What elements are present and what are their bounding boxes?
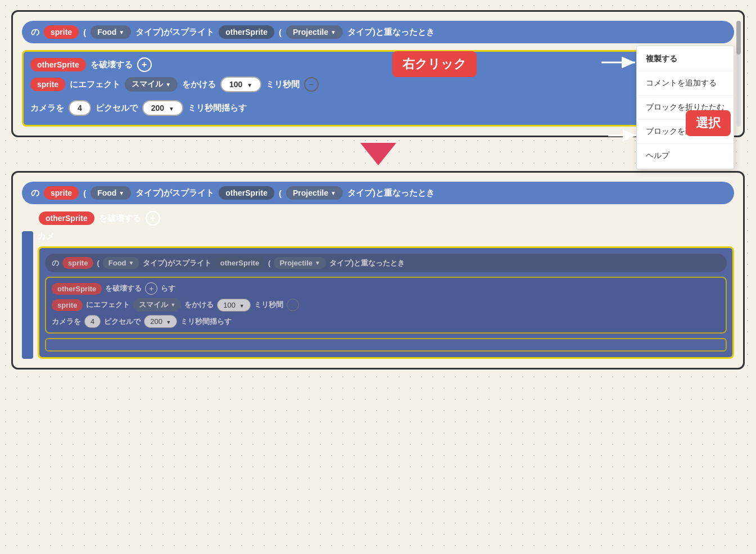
other-sprite-pill[interactable]: otherSprite — [219, 25, 274, 39]
bottom-panel: の sprite ( Food ▼ タイプ)がスプライト otherSprite… — [11, 171, 745, 370]
smile-arrow: ▼ — [165, 82, 171, 88]
bottom-projectile-dropdown[interactable]: Projectile ▼ — [286, 186, 343, 200]
menu-item-help[interactable]: ヘルプ — [637, 145, 734, 166]
ms-text: ミリ秒間 — [266, 79, 300, 90]
bottom-other-sprite-pill[interactable]: otherSprite — [219, 186, 274, 200]
nested-row2-sprite[interactable]: sprite — [52, 299, 83, 311]
nested-projectile-dropdown[interactable]: Projectile ▼ — [274, 257, 325, 269]
open-paren2: ( — [279, 28, 282, 37]
down-arrow-shape — [360, 143, 396, 165]
top-block-header: の sprite ( Food ▼ タイプ)がスプライト otherSprite… — [22, 21, 734, 43]
type-text1: タイプ)がスプライト — [135, 27, 214, 38]
bottom-open-paren1: ( — [83, 188, 86, 198]
bottom-other-sprite-row1[interactable]: otherSprite — [39, 211, 94, 225]
menu-divider-1 — [637, 71, 734, 71]
nested-prefix: の — [52, 258, 59, 268]
camera-row: カメラを 4 ピクセルで 200 ▼ ミリ秒間揺らす — [30, 97, 726, 119]
nested-row2: sprite にエフェクト スマイル ▼ をかける 100 ▼ — [52, 298, 720, 312]
nested-row3-ms-value[interactable]: 200 ▼ — [144, 315, 177, 328]
other-sprite-pill-row1[interactable]: otherSprite — [30, 58, 86, 71]
nested-row1-plus[interactable]: + — [145, 282, 157, 295]
nested-type-text2: タイプ)と重なったとき — [329, 258, 405, 268]
nested-type-text1: タイプ)がスプライト — [143, 258, 211, 268]
nested-row1-destroy: を破壊する — [105, 283, 142, 294]
nested-row1: otherSprite を破壊する + らす — [52, 282, 720, 295]
nested-paren1: ( — [97, 259, 99, 267]
menu-divider-4 — [637, 143, 734, 144]
pixel-value-4[interactable]: 4 — [69, 100, 91, 116]
nested-row3-pixels[interactable]: 4 — [84, 315, 101, 328]
nested-row1-extra: らす — [161, 283, 175, 294]
nested-food-dropdown[interactable]: Food ▼ — [103, 257, 140, 269]
bottom-open-paren2: ( — [279, 188, 282, 198]
apply-text: をかける — [182, 79, 216, 90]
bottom-type-text2: タイプ)と重なったとき — [347, 188, 434, 199]
nested-other-sprite[interactable]: otherSprite — [215, 257, 265, 269]
nested-row2-smile[interactable]: スマイル ▼ — [133, 298, 181, 312]
projectile-dropdown-arrow: ▼ — [331, 29, 336, 35]
nested-sprite-pill[interactable]: sprite — [62, 257, 93, 269]
camera-partial-row: カメ — [38, 231, 734, 242]
plus-button-row1[interactable]: + — [137, 57, 152, 72]
nested-header-bar: の sprite ( Food ▼ タイプ)がスプライト otherSprite… — [45, 254, 727, 272]
top-panel: の sprite ( Food ▼ タイプ)がスプライト otherSprite… — [11, 10, 745, 137]
food-dropdown[interactable]: Food ▼ — [90, 25, 131, 39]
select-label: 選択 — [686, 110, 731, 136]
ms-dropdown-arrow: ▼ — [169, 106, 174, 112]
bottom-plus-btn[interactable]: + — [146, 211, 160, 226]
nested-row2-value[interactable]: 100 ▼ — [217, 299, 250, 312]
ms-value-200[interactable]: 200 ▼ — [142, 100, 183, 116]
nested-row3-camera: カメラを — [52, 317, 81, 327]
bottom-food-dropdown[interactable]: Food ▼ — [90, 186, 131, 200]
sprite-pill[interactable]: sprite — [44, 25, 79, 39]
empty-bottom-row — [45, 338, 727, 352]
destroy-text: を破壊する — [90, 60, 133, 70]
food-dropdown-arrow: ▼ — [119, 29, 124, 35]
value-100[interactable]: 100 ▼ — [220, 76, 261, 92]
nested-area: カメ の sprite ( Food ▼ — [22, 231, 734, 359]
smile-dropdown[interactable]: スマイル ▼ — [125, 77, 178, 92]
pixel-text: ピクセルで — [96, 103, 138, 114]
arrow-to-select — [603, 127, 642, 144]
open-paren1: ( — [83, 28, 86, 37]
menu-item-comment[interactable]: コメントを追加する — [637, 73, 734, 94]
bottom-block-header: の sprite ( Food ▼ タイプ)がスプライト otherSprite… — [22, 182, 734, 204]
context-menu: 複製する コメントを追加する ブロックを折りたたむ ブロックを削除する ヘルプ — [636, 46, 734, 169]
bottom-destroy-text: を破壊する — [99, 213, 141, 224]
camera-partial-text: カメ — [38, 231, 55, 242]
bottom-food-arrow: ▼ — [119, 190, 124, 196]
bottom-sprite-pill[interactable]: sprite — [44, 186, 79, 200]
minus-button[interactable]: － — [304, 77, 319, 92]
camera-text: カメラを — [30, 103, 64, 114]
header-prefix: の — [31, 27, 39, 38]
effect-row: sprite にエフェクト スマイル ▼ をかける 100 ▼ ミリ秒間 － — [30, 76, 726, 92]
bottom-content: otherSprite を破壊する + カメ — [22, 211, 734, 359]
nested-value-arrow: ▼ — [239, 303, 245, 309]
nested-row2-ms: ミリ秒間 — [254, 300, 283, 310]
bottom-type-text1: タイプ)がスプライト — [135, 188, 214, 199]
nested-row2-minus[interactable]: － — [287, 299, 299, 311]
nested-row3-shake: ミリ秒間揺らす — [180, 317, 232, 327]
nested-row2-apply: をかける — [184, 300, 214, 310]
right-click-label: 右クリック — [392, 51, 477, 77]
projectile-dropdown[interactable]: Projectile ▼ — [286, 25, 343, 39]
nested-yellow-block: の sprite ( Food ▼ タイプ)がスプライト otherSprite… — [38, 246, 734, 359]
bottom-projectile-arrow: ▼ — [331, 190, 336, 196]
nested-paren2: ( — [268, 259, 270, 267]
scrollbar[interactable] — [736, 21, 741, 127]
side-bar-left — [22, 231, 33, 359]
menu-item-duplicate[interactable]: 複製する — [637, 48, 734, 70]
nested-food-arrow: ▼ — [129, 260, 134, 266]
effect-text: にエフェクト — [70, 79, 120, 90]
scrollbar-thumb[interactable] — [736, 21, 741, 55]
sprite-pill-row2[interactable]: sprite — [30, 78, 65, 91]
bottom-header-prefix: の — [31, 188, 39, 199]
nested-row1-sprite[interactable]: otherSprite — [52, 283, 102, 295]
value-arrow: ▼ — [247, 82, 252, 88]
nested-projectile-arrow: ▼ — [315, 260, 320, 266]
nested-inner-block: otherSprite を破壊する + らす sprite にエフェクト スマイ — [45, 277, 727, 334]
bottom-destroy-row: otherSprite を破壊する + — [22, 211, 734, 226]
nested-row3: カメラを 4 ピクセルで 200 ▼ ミリ秒間揺らす — [52, 315, 720, 328]
inner-content: カメ の sprite ( Food ▼ — [38, 231, 734, 359]
nested-row2-effect: にエフェクト — [86, 300, 130, 310]
